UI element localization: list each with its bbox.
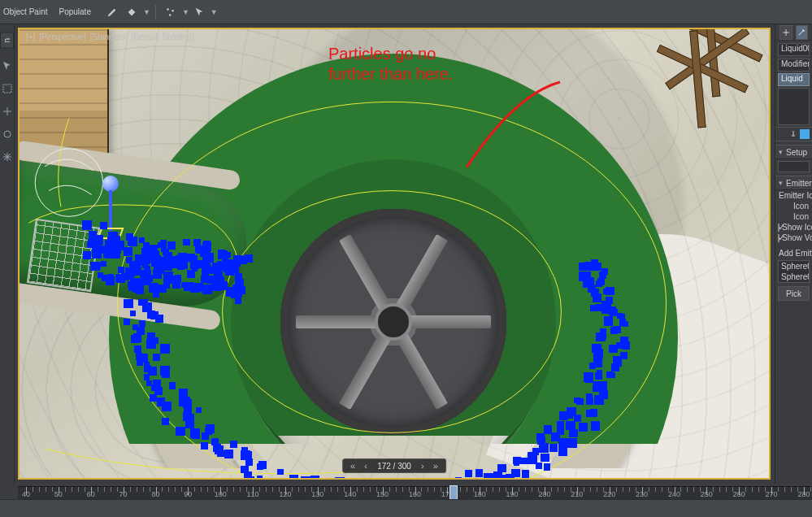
stack-toolbar — [775, 127, 812, 141]
viewport-shading-1[interactable]: [Standard] — [90, 33, 128, 41]
modifier-list-dropdown[interactable]: Modifier List — [778, 59, 810, 72]
command-panel: Liquid001 Modifier List Liquid Setup Emi… — [775, 24, 812, 484]
modifier-stack-box[interactable] — [778, 88, 810, 125]
toolbar-separator — [155, 5, 156, 20]
viewport-shading-2[interactable]: [Default Shading] — [132, 33, 194, 41]
rollout-setup[interactable]: Setup — [775, 145, 812, 159]
annotation-arrow — [450, 78, 580, 184]
snowflake-tool-icon[interactable] — [2, 151, 13, 163]
svg-point-2 — [169, 14, 172, 16]
svg-rect-3 — [3, 85, 11, 93]
viewport-nav: « ‹ 172 / 300 › » — [342, 458, 446, 473]
viewport-plus[interactable]: [+] — [26, 33, 35, 41]
create-tab-icon[interactable] — [779, 25, 792, 40]
nav-prev-key-icon[interactable]: « — [347, 460, 358, 471]
scene-3d: Particles go no further than here. — [20, 29, 769, 478]
param-emitter-icon: Emitter Icon — [775, 190, 812, 201]
pick-button[interactable]: Pick — [778, 286, 810, 301]
snap-tool-icon[interactable] — [2, 128, 13, 140]
populate-label[interactable]: Populate — [59, 7, 90, 16]
svg-point-4 — [4, 131, 11, 137]
setup-field[interactable] — [778, 161, 810, 172]
cursor-icon[interactable] — [192, 5, 206, 20]
label-add-emitters: Add Emitters — [775, 248, 812, 258]
viewport-label[interactable]: [+] [Perspective] [Standard] [Default Sh… — [26, 33, 195, 41]
configure-button-icon[interactable] — [800, 129, 810, 139]
annotation-text: Particles go no further than here. — [328, 44, 453, 85]
toolbar-dropdown-caret-2[interactable]: ▼ — [182, 8, 189, 16]
scatter-icon[interactable] — [163, 5, 178, 20]
select-tool-icon[interactable] — [2, 60, 13, 72]
object-paint-label[interactable]: Object Paint — [3, 7, 47, 16]
top-toolbar: Object Paint Populate ▼ ▼ ▼ — [0, 0, 812, 24]
svg-point-0 — [167, 8, 169, 11]
nav-prev-frame-icon[interactable]: ‹ — [360, 460, 371, 471]
viewport[interactable]: [+] [Perspective] [Standard] [Default Sh… — [18, 28, 771, 480]
status-bar — [0, 499, 812, 517]
checkbox-show-icon[interactable]: Show Icon — [775, 222, 812, 232]
list-item[interactable]: Sphere001 — [779, 261, 809, 272]
frame-counter: 172 / 300 — [377, 462, 411, 471]
emitter-listbox[interactable]: Sphere001 Sphere002 — [778, 260, 810, 283]
command-panel-tabs — [775, 24, 812, 41]
param-icon-1: Icon — [775, 201, 812, 211]
viewport-view-name[interactable]: [Perspective] — [39, 33, 86, 41]
list-item[interactable]: Sphere002 — [779, 272, 809, 282]
nav-next-key-icon[interactable]: » — [430, 460, 441, 471]
modify-tab-icon[interactable] — [796, 25, 809, 40]
toolbar-dropdown-caret-3[interactable]: ▼ — [211, 8, 218, 16]
svg-point-1 — [172, 9, 174, 11]
liquid-particles — [20, 29, 769, 478]
brush-icon[interactable] — [105, 5, 119, 20]
region-tool-icon[interactable] — [2, 83, 13, 94]
toolbar-dropdown-caret-1[interactable]: ▼ — [143, 8, 150, 16]
nav-next-frame-icon[interactable]: › — [417, 460, 428, 471]
pin-icon[interactable] — [789, 130, 797, 138]
param-icon-2: Icon — [775, 211, 812, 222]
move-tool-icon[interactable] — [2, 106, 13, 117]
fill-icon[interactable] — [124, 5, 139, 20]
time-slider[interactable]: 4050607080901001101201301401501601701801… — [18, 486, 812, 499]
object-name-field[interactable]: Liquid001 — [778, 43, 810, 56]
modifier-stack-item[interactable]: Liquid — [778, 73, 810, 86]
left-ribbon: n — [0, 24, 15, 484]
rollout-emitters[interactable]: Emitters — [775, 176, 812, 190]
checkbox-show-voxel[interactable]: Show Voxel — [775, 232, 812, 243]
ribbon-tab[interactable]: n — [0, 33, 14, 49]
